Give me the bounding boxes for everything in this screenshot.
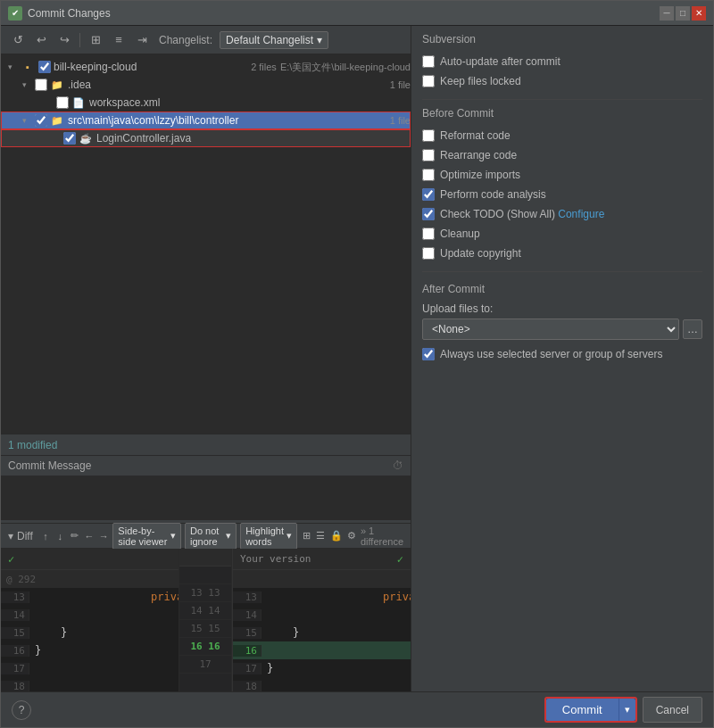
commit-arrow-button[interactable]: ▾ [619, 699, 635, 721]
tree-item-src[interactable]: ▾ 📁 src\main\java\com\lzzy\bill\controll… [1, 112, 411, 129]
upload-files-label: Upload files to: [422, 302, 702, 315]
commit-button[interactable]: Commit [546, 699, 619, 721]
unified-view-button[interactable]: ☰ [315, 527, 326, 545]
changelist-dropdown[interactable]: Default Changelist ▾ [220, 31, 328, 49]
commit-changes-window: ✔ Commit Changes ─ □ ✕ ↺ ↩ ↪ ⊞ ≡ ⇥ Chang… [0, 0, 714, 728]
auto-update-label[interactable]: Auto-update after commit [440, 55, 560, 68]
optimize-checkbox[interactable] [422, 169, 435, 181]
rearrange-label[interactable]: Rearrange code [440, 149, 517, 161]
diff-back-button[interactable]: ← [84, 527, 95, 545]
right-linenum-14: 14 [233, 609, 262, 621]
check-todo-checkbox[interactable] [422, 208, 435, 220]
diff-right-line-16: 16 [233, 641, 411, 659]
sort-button[interactable]: ≡ [109, 30, 129, 50]
reformat-checkbox[interactable] [422, 129, 435, 142]
diff-left-line-15: 15 } [1, 624, 178, 641]
check-todo-text: Check TODO (Show All) [440, 208, 555, 220]
right-linenum-17: 17 [233, 663, 262, 674]
diff-header: ▾ Diff ↑ ↓ ✏ ← → Side-by-side viewer ▾ D… [1, 524, 411, 549]
diff-right-line-15: 15 } [233, 624, 411, 641]
sep-13-13: 13 13 [179, 584, 231, 602]
sep-16-16: 16 16 [179, 638, 231, 656]
src-checkbox[interactable] [35, 114, 47, 127]
diff-edit-button[interactable]: ✏ [69, 527, 79, 545]
ignore-label: Do not ignore [190, 525, 223, 547]
window-title: Commit Changes [28, 7, 660, 20]
modified-status: 1 modified [8, 439, 57, 451]
always-use-label[interactable]: Always use selected server or group of s… [440, 348, 662, 360]
subversion-title: Subversion [422, 33, 702, 46]
configure-link[interactable]: Configure [558, 208, 604, 220]
changelist-arrow-icon: ▾ [317, 34, 322, 46]
rearrange-row: Rearrange code [422, 146, 702, 164]
perform-label[interactable]: Perform code analysis [440, 188, 546, 201]
root-checkbox[interactable] [38, 61, 51, 73]
tree-item-workspace[interactable]: 📄 workspace.xml [1, 94, 411, 112]
perform-checkbox[interactable] [422, 188, 435, 201]
refresh-button[interactable]: ↺ [8, 30, 28, 50]
viewer-dropdown[interactable]: Side-by-side viewer ▾ [112, 523, 181, 550]
commit-message-header: Commit Message ⏱ [1, 456, 411, 476]
diff-left-panel: ✓ @ 292 13 private String main (){ [1, 549, 178, 691]
tree-item-login[interactable]: ☕ LoginController.java [1, 129, 411, 147]
window-controls: ─ □ ✕ [660, 6, 706, 21]
keep-files-checkbox[interactable] [422, 75, 435, 87]
commit-message-icon: ⏱ [393, 459, 403, 472]
diff-down-button[interactable]: ↓ [54, 527, 65, 545]
src-count: 1 file [390, 115, 411, 126]
expand-button[interactable]: ⇥ [132, 30, 152, 50]
keep-files-label[interactable]: Keep files locked [440, 75, 521, 87]
always-use-checkbox[interactable] [422, 348, 435, 360]
cleanup-row: Cleanup [422, 225, 702, 243]
reformat-label[interactable]: Reformat code [440, 129, 511, 142]
divider-2 [422, 271, 702, 272]
update-copyright-checkbox[interactable] [422, 247, 435, 260]
highlight-dropdown[interactable]: Highlight words ▾ [240, 523, 297, 550]
check-todo-label[interactable]: Check TODO (Show All) Configure [440, 208, 604, 220]
optimize-label[interactable]: Optimize imports [440, 169, 520, 181]
diff-forward-button[interactable]: → [98, 527, 109, 545]
ignore-dropdown[interactable]: Do not ignore ▾ [185, 523, 237, 550]
xml-file-icon: 📄 [71, 95, 86, 110]
workspace-checkbox[interactable] [56, 96, 69, 109]
help-button[interactable]: ? [12, 700, 31, 720]
main-content: ↺ ↩ ↪ ⊞ ≡ ⇥ Changelist: Default Changeli… [1, 26, 713, 691]
group-button[interactable]: ⊞ [86, 30, 105, 50]
diff-up-button[interactable]: ↑ [40, 527, 51, 545]
maximize-button[interactable]: □ [676, 6, 690, 21]
rearrange-checkbox[interactable] [422, 149, 435, 161]
divider-1 [422, 99, 702, 100]
undo-button[interactable]: ↩ [31, 30, 51, 50]
diff-count: » 1 difference [361, 525, 403, 547]
sep-header [179, 549, 231, 567]
idea-checkbox[interactable] [35, 79, 47, 91]
split-view-button[interactable]: ⊞ [301, 527, 311, 545]
toolbar-separator [79, 33, 80, 47]
auto-update-checkbox[interactable] [422, 55, 435, 68]
commit-message-area: Commit Message ⏱ [1, 455, 411, 523]
cleanup-label[interactable]: Cleanup [440, 228, 480, 240]
right-linenum-13: 13 [233, 592, 262, 603]
upload-more-button[interactable]: … [683, 319, 702, 339]
tree-item-root[interactable]: ▾ ▪ bill-keeping-cloud 2 files E:\美国文件\b… [1, 58, 411, 76]
cancel-button[interactable]: Cancel [643, 697, 702, 723]
login-label: LoginController.java [96, 132, 411, 145]
bottom-bar: ? Commit ▾ Cancel [1, 691, 713, 727]
close-button[interactable]: ✕ [692, 6, 706, 21]
lock-button[interactable]: 🔒 [330, 527, 343, 545]
login-checkbox[interactable] [63, 132, 76, 145]
commit-message-input[interactable] [1, 476, 411, 520]
minimize-button[interactable]: ─ [660, 6, 674, 21]
settings-button[interactable]: ⚙ [346, 527, 357, 545]
diff-left-line-17: 17 [1, 659, 178, 677]
update-copyright-label[interactable]: Update copyright [440, 247, 521, 260]
cleanup-checkbox[interactable] [422, 228, 435, 240]
tree-item-idea[interactable]: ▾ 📁 .idea 1 file [1, 76, 411, 94]
after-commit-section: After Commit Upload files to: <None> … A… [422, 283, 702, 365]
diff-left-line-16: 16 } [1, 641, 178, 659]
window-icon: ✔ [8, 6, 22, 21]
left-linenum-17: 17 [1, 663, 29, 674]
always-use-row: Always use selected server or group of s… [422, 345, 702, 363]
redo-button[interactable]: ↪ [54, 30, 74, 50]
upload-dropdown[interactable]: <None> [422, 318, 679, 340]
